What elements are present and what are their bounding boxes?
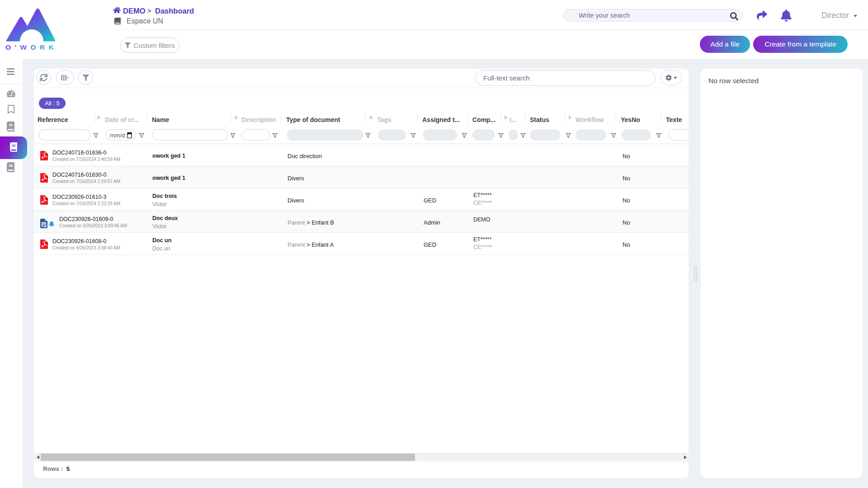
svg-text:O'WORK: O'WORK [5, 43, 57, 51]
